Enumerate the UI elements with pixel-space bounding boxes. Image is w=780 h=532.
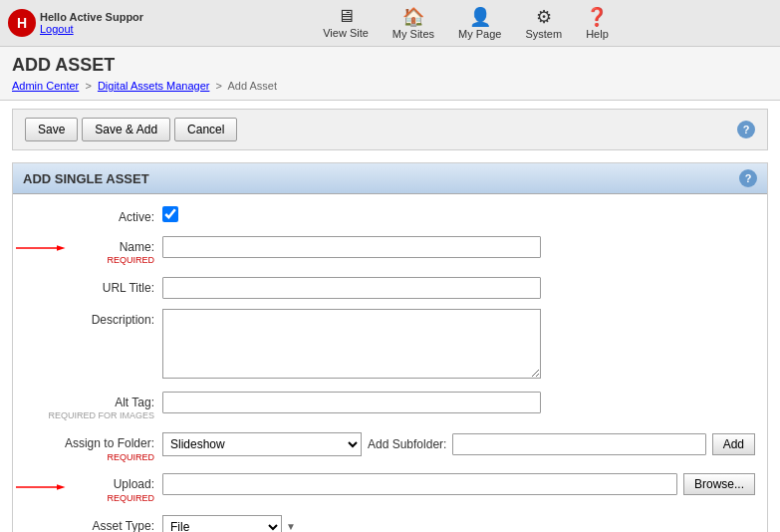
name-input[interactable]: Test Asset 3 (162, 236, 541, 258)
form-section-title: ADD SINGLE ASSET (23, 171, 149, 186)
description-label: Description: (25, 309, 154, 329)
name-control: Test Asset 3 (162, 236, 755, 258)
asset-type-label: Asset Type: REQUIRED (25, 515, 154, 532)
active-label: Active: (25, 206, 154, 226)
url-title-control (162, 277, 755, 299)
alt-tag-control: Bottles (162, 392, 755, 413)
logo-area: H Hello Active Suppor Logout (8, 9, 147, 37)
browse-button[interactable]: Browse... (683, 473, 755, 495)
add-single-asset-section: ADD SINGLE ASSET ? Active: Name: REQUIRE… (12, 162, 768, 532)
description-row: Description: (25, 309, 755, 382)
alt-tag-row: Alt Tag: REQUIRED FOR IMAGES Bottles (25, 392, 755, 422)
upload-path-input[interactable]: C:\Users\lebrun\Desktop\subpage_image67.… (162, 473, 677, 495)
top-save-add-button[interactable]: Save & Add (82, 118, 170, 141)
system-icon: ⚙ (536, 6, 552, 28)
type-dropdown-icon: ▼ (286, 521, 296, 532)
active-control (162, 206, 755, 225)
top-navigation: H Hello Active Suppor Logout 🖥 View Site… (0, 0, 780, 47)
alt-tag-label: Alt Tag: REQUIRED FOR IMAGES (25, 392, 154, 422)
top-save-button[interactable]: Save (25, 118, 78, 141)
breadcrumb: Admin Center > Digital Assets Manager > … (12, 80, 768, 92)
subfolder-input[interactable] (452, 433, 705, 455)
breadcrumb-dam[interactable]: Digital Assets Manager (98, 80, 210, 92)
view-site-icon: 🖥 (337, 6, 355, 27)
logo-text: Hello Active Suppor (40, 11, 143, 23)
folder-control: Slideshow Images Documents Videos Add Su… (162, 432, 755, 456)
name-row: Name: REQUIRED Test Asset 3 (25, 236, 755, 267)
page-title: ADD ASSET (12, 55, 768, 76)
name-arrow-annotation (11, 238, 71, 258)
description-control (162, 309, 755, 382)
form-help-button[interactable]: ? (739, 169, 757, 187)
active-checkbox[interactable] (162, 206, 178, 222)
add-subfolder-button[interactable]: Add (712, 433, 755, 455)
top-cancel-button[interactable]: Cancel (174, 118, 237, 141)
folder-row: Assign to Folder: REQUIRED Slideshow Ima… (25, 432, 755, 463)
form-body: Active: Name: REQUIRED (13, 194, 767, 532)
folder-label: Assign to Folder: REQUIRED (25, 432, 154, 463)
nav-help[interactable]: ❓ Help (576, 4, 619, 42)
nav-my-sites[interactable]: 🏠 My Sites (383, 4, 444, 42)
url-title-input[interactable] (162, 277, 541, 299)
content-area: Save Save & Add Cancel ? ADD SINGLE ASSE… (0, 101, 780, 532)
add-subfolder-label: Add Subfolder: (368, 437, 446, 451)
upload-row: Upload: REQUIRED C:\Users\lebrun\Desktop… (25, 473, 755, 504)
my-sites-icon: 🏠 (402, 6, 424, 28)
description-textarea[interactable] (162, 309, 541, 379)
my-page-icon: 👤 (469, 6, 491, 28)
nav-system[interactable]: ⚙ System (515, 4, 572, 42)
form-section-header: ADD SINGLE ASSET ? (13, 163, 767, 194)
top-help-button[interactable]: ? (737, 121, 755, 138)
logo-icon: H (8, 9, 36, 37)
asset-type-control: File Image Video Document ▼ (162, 515, 755, 532)
top-toolbar: Save Save & Add Cancel ? (12, 109, 768, 150)
nav-buttons: 🖥 View Site 🏠 My Sites 👤 My Page ⚙ Syste… (159, 4, 772, 42)
breadcrumb-admin[interactable]: Admin Center (12, 80, 79, 92)
active-row: Active: (25, 206, 755, 226)
nav-my-page[interactable]: 👤 My Page (448, 4, 511, 42)
top-toolbar-buttons: Save Save & Add Cancel (25, 118, 237, 141)
upload-control: C:\Users\lebrun\Desktop\subpage_image67.… (162, 473, 755, 495)
url-title-label: URL Title: (25, 277, 154, 297)
alt-tag-input[interactable]: Bottles (162, 392, 541, 413)
logout-link[interactable]: Logout (40, 23, 143, 35)
nav-view-site[interactable]: 🖥 View Site (313, 4, 379, 42)
url-title-row: URL Title: (25, 277, 755, 299)
help-icon: ❓ (586, 6, 608, 28)
page-header: ADD ASSET Admin Center > Digital Assets … (0, 47, 780, 101)
folder-select[interactable]: Slideshow Images Documents Videos (162, 432, 362, 456)
upload-arrow-annotation (11, 477, 71, 497)
breadcrumb-current: Add Asset (227, 80, 277, 92)
asset-type-select[interactable]: File Image Video Document (162, 515, 282, 532)
asset-type-row: Asset Type: REQUIRED File Image Video Do… (25, 515, 755, 532)
